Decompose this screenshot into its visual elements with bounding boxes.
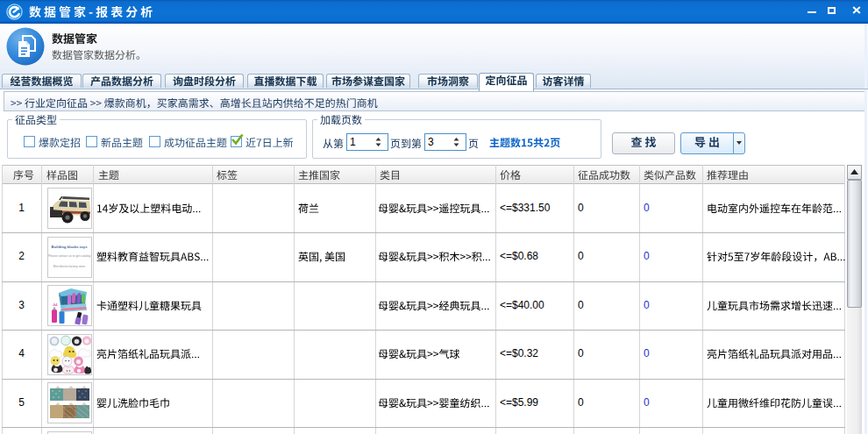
svg-text:Mini blocks factory store: Mini blocks factory store [53,265,85,268]
svg-text:Please contact us to get catal: Please contact us to get catalog [48,254,90,258]
svg-text:Building blocks toys: Building blocks toys [52,245,89,249]
